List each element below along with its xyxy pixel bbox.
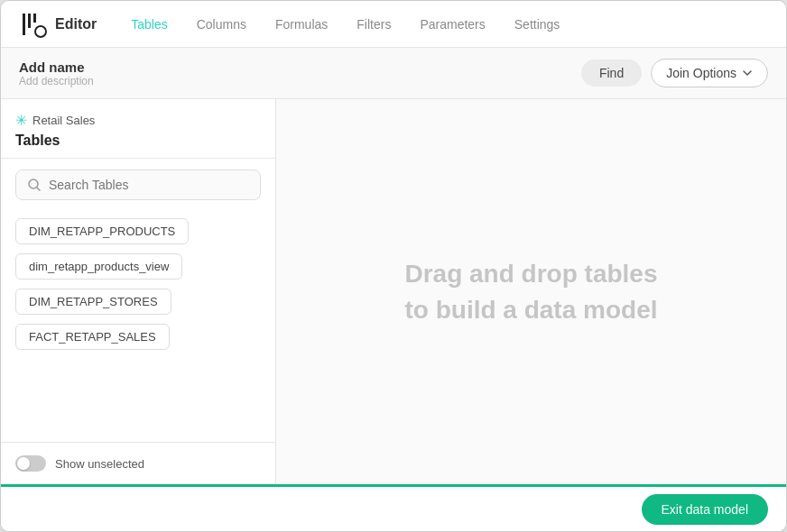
- tab-formulas[interactable]: Formulas: [263, 12, 340, 37]
- nav-tabs: Tables Columns Formulas Filters Paramete…: [118, 12, 768, 37]
- list-item[interactable]: dim_retapp_products_view: [15, 253, 182, 280]
- bottom-bar: Exit data model: [1, 484, 786, 531]
- list-item[interactable]: FACT_RETAPP_SALES: [15, 324, 170, 350]
- find-button[interactable]: Find: [581, 60, 642, 87]
- exit-data-model-button[interactable]: Exit data model: [642, 494, 769, 525]
- join-options-label: Join Options: [666, 66, 736, 80]
- sidebar-title: Tables: [15, 133, 261, 149]
- logo: Editor: [19, 10, 97, 39]
- top-nav: Editor Tables Columns Formulas Filters P…: [1, 1, 786, 48]
- main-content: ✳ Retail Sales Tables DIM_RETAPP_PRODUCT…: [1, 99, 786, 484]
- drop-message-line1: Drag and drop tables: [404, 260, 657, 288]
- logo-text: Editor: [55, 16, 97, 32]
- tab-settings[interactable]: Settings: [502, 12, 573, 37]
- drop-message: Drag and drop tables to build a data mod…: [404, 256, 657, 326]
- logo-icon: [19, 10, 48, 39]
- list-item[interactable]: DIM_RETAPP_STORES: [15, 289, 171, 315]
- svg-rect-1: [28, 14, 31, 28]
- join-options-button[interactable]: Join Options: [651, 59, 768, 87]
- snowflake-icon: ✳: [15, 112, 27, 129]
- search-icon: [27, 178, 42, 192]
- sidebar: ✳ Retail Sales Tables DIM_RETAPP_PRODUCT…: [1, 99, 276, 484]
- svg-point-3: [35, 26, 46, 37]
- svg-rect-0: [23, 14, 25, 35]
- search-box: [15, 170, 261, 200]
- tables-list: DIM_RETAPP_PRODUCTS dim_retapp_products_…: [1, 211, 275, 442]
- tab-parameters[interactable]: Parameters: [407, 12, 497, 37]
- sidebar-header: ✳ Retail Sales Tables: [1, 99, 275, 159]
- tab-columns[interactable]: Columns: [184, 12, 259, 37]
- header-left: Add name Add description: [19, 60, 94, 87]
- page-description: Add description: [19, 75, 94, 87]
- page-title: Add name: [19, 60, 94, 75]
- search-input[interactable]: [49, 178, 249, 192]
- drop-message-line2: to build a data model: [404, 296, 657, 324]
- tab-tables[interactable]: Tables: [118, 12, 180, 37]
- app-window: Editor Tables Columns Formulas Filters P…: [0, 0, 787, 532]
- list-item[interactable]: DIM_RETAPP_PRODUCTS: [15, 218, 189, 244]
- sidebar-footer: Show unselected: [1, 442, 275, 484]
- header-bar: Add name Add description Find Join Optio…: [1, 48, 786, 99]
- sidebar-source: ✳ Retail Sales: [15, 112, 261, 129]
- search-container: [1, 159, 275, 211]
- tab-filters[interactable]: Filters: [344, 12, 403, 37]
- drop-area: Drag and drop tables to build a data mod…: [276, 99, 786, 484]
- chevron-down-icon: [742, 68, 753, 78]
- sidebar-source-name: Retail Sales: [32, 114, 95, 127]
- toggle-thumb: [17, 457, 30, 470]
- show-unselected-label: Show unselected: [55, 457, 144, 471]
- show-unselected-toggle[interactable]: [15, 455, 46, 472]
- svg-rect-2: [33, 14, 36, 23]
- header-right: Find Join Options: [581, 59, 768, 87]
- svg-line-5: [37, 188, 40, 190]
